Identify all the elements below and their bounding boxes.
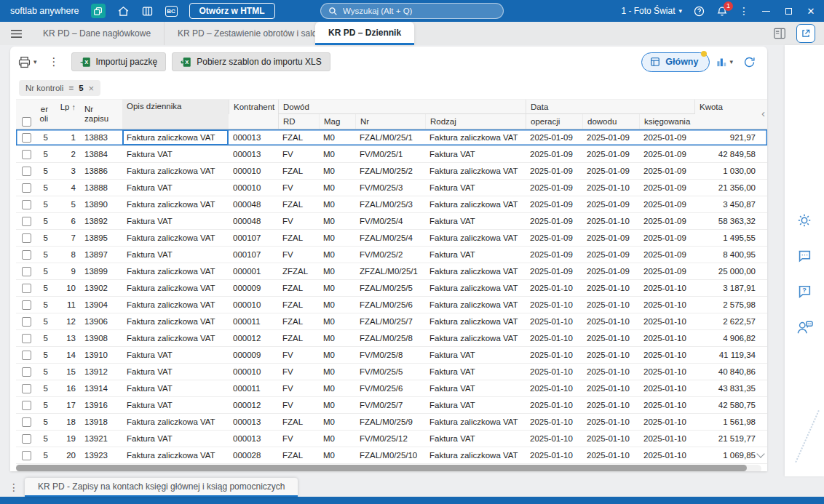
row-checkbox[interactable] — [16, 213, 36, 229]
column-header-opis-dziennika[interactable]: Opis dziennika — [122, 100, 229, 129]
column-header-rd[interactable]: RD — [278, 114, 319, 129]
cell-opis[interactable]: Faktura VAT — [122, 146, 229, 162]
cell-lp[interactable]: 19 — [52, 431, 80, 447]
cell-kontrola[interactable]: 5 — [36, 447, 52, 463]
cell-kontrola[interactable]: 5 — [36, 380, 52, 396]
cell-data_dowodu[interactable]: 2025-01-10 — [582, 397, 639, 413]
cell-rd[interactable]: FZAL — [278, 129, 319, 145]
cell-nr[interactable]: FV/M0/25/8 — [355, 347, 425, 363]
collapse-panel-chevron-icon[interactable]: ‹ — [761, 108, 765, 119]
cell-rodzaj[interactable]: Faktura VAT — [425, 380, 526, 396]
cell-mag[interactable]: M0 — [319, 280, 355, 296]
cell-nr_zapisu[interactable]: 13888 — [80, 180, 122, 196]
row-checkbox[interactable] — [16, 297, 36, 313]
cell-data_ksiegowania[interactable]: 2025-01-10 — [639, 431, 694, 447]
cell-data_operacji[interactable]: 2025-01-10 — [526, 447, 582, 463]
column-header-nr[interactable]: Nr — [355, 114, 425, 129]
cell-kontrola[interactable]: 5 — [36, 213, 52, 229]
row-checkbox[interactable] — [16, 431, 36, 447]
cell-data_operacji[interactable]: 2025-01-09 — [526, 146, 582, 162]
cell-data_dowodu[interactable]: 2025-01-10 — [582, 297, 639, 313]
cell-mag[interactable]: M0 — [319, 213, 355, 229]
cell-rd[interactable]: ZFZAL — [278, 263, 319, 279]
cell-kontrahent[interactable]: 000010 — [229, 364, 278, 380]
cell-kontrahent[interactable]: 000013 — [229, 431, 278, 447]
cell-data_operacji[interactable]: 2025-01-09 — [526, 230, 582, 246]
cell-data_operacji[interactable]: 2025-01-10 — [526, 297, 582, 313]
cell-lp[interactable]: 17 — [52, 397, 80, 413]
product-logo-icon[interactable] — [91, 4, 106, 18]
row-checkbox[interactable] — [16, 180, 36, 196]
cell-nr[interactable]: FV/M0/25/4 — [355, 213, 425, 229]
cell-opis[interactable]: Faktura VAT — [122, 347, 229, 363]
cell-kontrahent[interactable]: 000010 — [229, 180, 278, 196]
row-checkbox[interactable] — [16, 230, 36, 246]
bottom-tab-zapisy-na-kontach[interactable]: KR PD - Zapisy na kontach księgi głównej… — [25, 478, 298, 497]
cell-data_ksiegowania[interactable]: 2025-01-10 — [639, 280, 694, 296]
cell-data_operacji[interactable]: 2025-01-09 — [526, 163, 582, 179]
table-row[interactable]: 51413910Faktura VAT000009FVM0FV/M0/25/8F… — [16, 347, 767, 364]
cell-nr[interactable]: FV/M0/25/3 — [355, 180, 425, 196]
cell-mag[interactable]: M0 — [319, 129, 355, 145]
cell-nr_zapisu[interactable]: 13886 — [80, 163, 122, 179]
cell-rd[interactable]: FZAL — [278, 447, 319, 463]
cell-kontrahent[interactable]: 000010 — [229, 163, 278, 179]
cell-opis[interactable]: Faktura zaliczkowa VAT — [122, 447, 229, 463]
cell-mag[interactable]: M0 — [319, 347, 355, 363]
cell-kontrola[interactable]: 5 — [36, 414, 52, 430]
cell-data_operacji[interactable]: 2025-01-10 — [526, 280, 582, 296]
table-row[interactable]: 5613892Faktura VAT000048FVM0FV/M0/25/4Fa… — [16, 213, 767, 230]
column-header-nr-kontroli[interactable]: er oli — [36, 100, 52, 129]
cell-kwota[interactable]: 1 495,55 — [694, 230, 760, 246]
cell-nr_zapisu[interactable]: 13923 — [80, 447, 122, 463]
cell-rd[interactable]: FZAL — [278, 313, 319, 329]
company-selector[interactable]: 1 - Foto Świat ▾ — [621, 6, 682, 16]
search-box[interactable] — [320, 3, 504, 19]
row-checkbox[interactable] — [16, 313, 36, 329]
cell-lp[interactable]: 15 — [52, 364, 80, 380]
cell-data_dowodu[interactable]: 2025-01-10 — [582, 330, 639, 346]
cell-data_operacji[interactable]: 2025-01-10 — [526, 364, 582, 380]
table-row[interactable]: 51113904Faktura zaliczkowa VAT000010FZAL… — [16, 297, 767, 313]
cell-data_dowodu[interactable]: 2025-01-10 — [582, 414, 639, 430]
cell-mag[interactable]: M0 — [319, 297, 355, 313]
cell-rd[interactable]: FV — [278, 431, 319, 447]
row-checkbox[interactable] — [16, 380, 36, 396]
column-header-mag[interactable]: Mag — [319, 114, 355, 129]
cell-opis[interactable]: Faktura zaliczkowa VAT — [122, 230, 229, 246]
cell-rodzaj[interactable]: Faktura zaliczkowa VAT — [425, 129, 526, 145]
cell-rodzaj[interactable]: Faktura zaliczkowa VAT — [425, 447, 526, 463]
import-package-button[interactable]: X Importuj paczkę — [71, 52, 167, 71]
cell-nr_zapisu[interactable]: 13897 — [80, 247, 122, 263]
cell-rd[interactable]: FZAL — [278, 230, 319, 246]
cell-opis[interactable]: Faktura VAT — [122, 247, 229, 263]
cell-rodzaj[interactable]: Faktura VAT — [425, 180, 526, 196]
cell-data_ksiegowania[interactable]: 2025-01-10 — [639, 313, 694, 329]
table-row[interactable]: 5113883Faktura zaliczkowa VAT000013FZALM… — [16, 129, 767, 146]
cell-data_ksiegowania[interactable]: 2025-01-10 — [639, 380, 694, 396]
cell-nr_zapisu[interactable]: 13904 — [80, 297, 122, 313]
cell-kwota[interactable]: 1 030,00 — [694, 163, 760, 179]
cell-data_ksiegowania[interactable]: 2025-01-10 — [639, 330, 694, 346]
table-row[interactable]: 51513912Faktura VAT000010FVM0FV/M0/25/5F… — [16, 364, 767, 380]
table-row[interactable]: 5713895Faktura zaliczkowa VAT000107FZALM… — [16, 230, 767, 247]
cell-rd[interactable]: FV — [278, 380, 319, 396]
cell-rodzaj[interactable]: Faktura zaliczkowa VAT — [425, 414, 526, 430]
table-row[interactable]: 51313908Faktura zaliczkowa VAT000012FZAL… — [16, 330, 767, 347]
cell-data_dowodu[interactable]: 2025-01-10 — [582, 213, 639, 229]
home-icon[interactable] — [117, 5, 130, 17]
cell-nr[interactable]: FV/M0/25/2 — [355, 247, 425, 263]
cell-nr[interactable]: FZAL/M0/25/5 — [355, 280, 425, 296]
cell-rd[interactable]: FZAL — [278, 280, 319, 296]
cell-kwota[interactable]: 1 069,85 — [694, 447, 760, 463]
cell-mag[interactable]: M0 — [319, 263, 355, 279]
cell-rd[interactable]: FZAL — [278, 330, 319, 346]
cell-rd[interactable]: FZAL — [278, 196, 319, 212]
cell-mag[interactable]: M0 — [319, 380, 355, 396]
cell-kwota[interactable]: 42 849,58 — [694, 146, 760, 162]
cell-mag[interactable]: M0 — [319, 146, 355, 162]
cell-rodzaj[interactable]: Faktura VAT — [425, 146, 526, 162]
cell-mag[interactable]: M0 — [319, 397, 355, 413]
cell-nr[interactable]: FV/M0/25/7 — [355, 397, 425, 413]
cell-opis[interactable]: Faktura VAT — [122, 397, 229, 413]
